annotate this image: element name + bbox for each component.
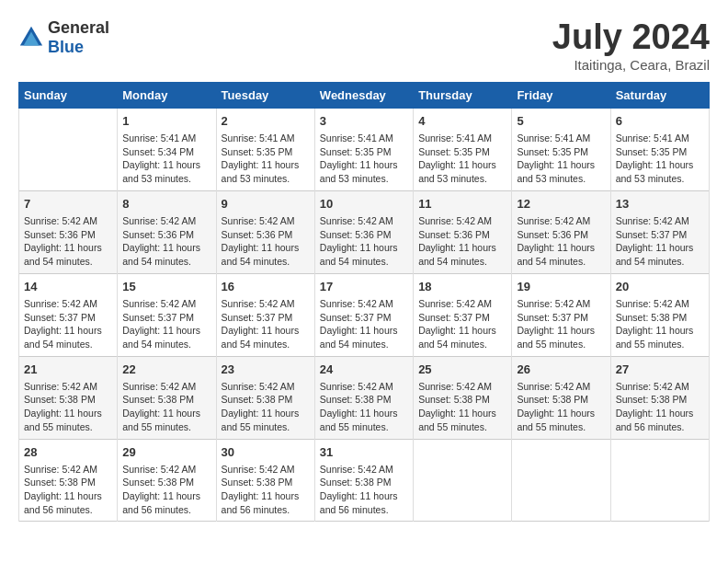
calendar-day-cell: 21Sunrise: 5:42 AMSunset: 5:38 PMDayligh… [19,356,118,439]
day-info-line: Sunrise: 5:42 AM [122,463,210,477]
calendar-day-cell [414,439,512,522]
calendar-day-cell: 9Sunrise: 5:42 AMSunset: 5:36 PMDaylight… [216,190,314,273]
day-number: 6 [616,113,704,130]
calendar-day-cell: 1Sunrise: 5:41 AMSunset: 5:34 PMDaylight… [118,108,216,190]
day-info-line: Sunrise: 5:42 AM [24,214,112,228]
day-info-line: Daylight: 11 hours [320,158,408,172]
calendar-day-cell: 24Sunrise: 5:42 AMSunset: 5:38 PMDayligh… [314,356,413,439]
day-info-line: Sunset: 5:38 PM [24,393,112,407]
day-info-line: Sunset: 5:36 PM [517,228,605,242]
day-number: 31 [320,444,408,461]
calendar-day-cell: 17Sunrise: 5:42 AMSunset: 5:37 PMDayligh… [314,273,413,356]
day-info-line: Sunset: 5:36 PM [24,228,112,242]
day-number: 26 [517,362,605,378]
calendar-day-cell: 14Sunrise: 5:42 AMSunset: 5:37 PMDayligh… [19,273,118,356]
day-info-line: Sunset: 5:37 PM [122,311,210,325]
day-info-line: and 54 minutes. [320,255,408,269]
day-info-line: Daylight: 11 hours [222,407,310,420]
subtitle: Itaitinga, Ceara, Brazil [552,57,710,73]
day-info-line: and 53 minutes. [616,172,704,186]
calendar-day-cell: 23Sunrise: 5:42 AMSunset: 5:38 PMDayligh… [216,356,314,439]
day-info-line: Daylight: 11 hours [320,407,408,420]
day-info-line: Sunrise: 5:42 AM [122,214,210,228]
day-info-line: Sunset: 5:35 PM [517,145,605,159]
day-info-line: Sunrise: 5:42 AM [222,214,310,228]
day-info-line: and 56 minutes. [24,503,112,517]
calendar-week-row: 7Sunrise: 5:42 AMSunset: 5:36 PMDaylight… [19,190,710,273]
day-info-line: Daylight: 11 hours [418,407,506,420]
day-info-line: Daylight: 11 hours [122,241,210,255]
day-info-line: and 56 minutes. [222,503,310,517]
day-info-line: Sunrise: 5:42 AM [418,380,506,394]
day-info-line: Sunset: 5:37 PM [222,311,310,325]
day-info-line: Sunrise: 5:41 AM [418,132,506,145]
weekday-header-cell: Saturday [610,82,709,108]
day-info-line: Sunrise: 5:42 AM [517,380,605,394]
day-info-line: and 55 minutes. [418,420,506,434]
day-info-line: Daylight: 11 hours [222,241,310,255]
day-info-line: Daylight: 11 hours [122,407,210,420]
day-info-line: and 55 minutes. [517,420,605,434]
day-info-line: Daylight: 11 hours [222,324,310,338]
day-info-line: and 56 minutes. [320,503,408,517]
day-number: 9 [222,196,310,213]
day-info-line: Sunrise: 5:42 AM [418,297,506,311]
day-info-line: Sunrise: 5:41 AM [122,132,210,145]
day-info-line: Daylight: 11 hours [616,158,704,172]
day-number: 4 [418,113,506,130]
calendar-day-cell [19,108,118,190]
weekday-header-cell: Friday [512,82,610,108]
day-info-line: and 54 minutes. [122,338,210,351]
day-info-line: Sunrise: 5:42 AM [24,380,112,394]
calendar-body: 1Sunrise: 5:41 AMSunset: 5:34 PMDaylight… [19,108,710,522]
calendar-day-cell: 12Sunrise: 5:42 AMSunset: 5:36 PMDayligh… [512,190,610,273]
day-info-line: Daylight: 11 hours [24,407,112,420]
day-info-line: and 56 minutes. [122,503,210,517]
day-info-line: Daylight: 11 hours [122,324,210,338]
day-info-line: and 55 minutes. [24,420,112,434]
day-info-line: Sunrise: 5:42 AM [616,380,704,394]
calendar-day-cell: 27Sunrise: 5:42 AMSunset: 5:38 PMDayligh… [610,356,709,439]
day-info-line: and 54 minutes. [320,338,408,351]
day-info-line: and 54 minutes. [616,255,704,269]
day-info-line: Sunrise: 5:42 AM [616,297,704,311]
day-info-line: Daylight: 11 hours [517,158,605,172]
day-info-line: Daylight: 11 hours [320,241,408,255]
day-info-line: Daylight: 11 hours [320,324,408,338]
day-number: 3 [320,113,408,130]
day-info-line: Sunrise: 5:42 AM [517,214,605,228]
day-number: 15 [122,279,210,295]
day-info-line: Daylight: 11 hours [24,241,112,255]
day-info-line: and 56 minutes. [616,420,704,434]
day-info-line: and 55 minutes. [616,338,704,351]
calendar-week-row: 1Sunrise: 5:41 AMSunset: 5:34 PMDaylight… [19,108,710,190]
day-info-line: Sunset: 5:37 PM [616,228,704,242]
weekday-header-cell: Monday [118,82,216,108]
calendar-day-cell: 22Sunrise: 5:42 AMSunset: 5:38 PMDayligh… [118,356,216,439]
day-number: 23 [222,362,310,378]
day-info-line: Sunrise: 5:41 AM [517,132,605,145]
calendar-day-cell [512,439,610,522]
weekday-header-cell: Sunday [19,82,118,108]
calendar-table: SundayMondayTuesdayWednesdayThursdayFrid… [18,82,710,523]
day-info-line: Sunrise: 5:41 AM [320,132,408,145]
logo-general: General [48,18,109,37]
day-info-line: and 54 minutes. [418,338,506,351]
day-info-line: Sunset: 5:38 PM [616,393,704,407]
day-info-line: Sunrise: 5:42 AM [320,214,408,228]
day-info-line: and 53 minutes. [517,172,605,186]
day-number: 2 [222,113,310,130]
day-info-line: Daylight: 11 hours [616,241,704,255]
day-info-line: Daylight: 11 hours [24,324,112,338]
day-info-line: Sunset: 5:35 PM [616,145,704,159]
day-info-line: Sunset: 5:37 PM [517,311,605,325]
day-number: 5 [517,113,605,130]
day-number: 10 [320,196,408,213]
weekday-header-cell: Thursday [414,82,512,108]
day-info-line: Sunset: 5:37 PM [320,311,408,325]
calendar-day-cell: 28Sunrise: 5:42 AMSunset: 5:38 PMDayligh… [19,439,118,522]
day-info-line: and 53 minutes. [122,172,210,186]
day-info-line: Sunrise: 5:42 AM [320,463,408,477]
day-info-line: Sunrise: 5:42 AM [222,297,310,311]
calendar-day-cell: 7Sunrise: 5:42 AMSunset: 5:36 PMDaylight… [19,190,118,273]
